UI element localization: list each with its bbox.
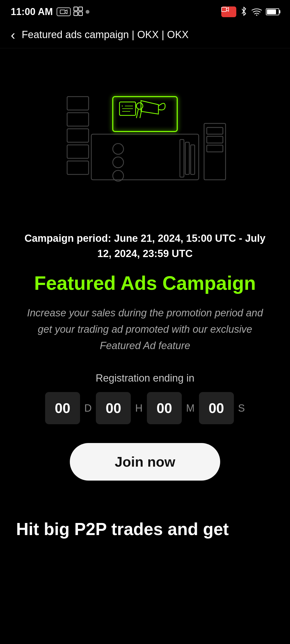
svg-rect-5: [222, 7, 226, 12]
nav-title: Featured ads campaign | OKX | OKX: [22, 29, 189, 41]
countdown-seconds-box: 00: [199, 392, 234, 424]
svg-rect-1: [74, 7, 78, 11]
svg-rect-25: [180, 140, 184, 177]
battery-icon: [266, 8, 279, 15]
svg-rect-8: [67, 113, 89, 126]
countdown-timer: 00 D 00 H 00 M 00 S: [45, 392, 245, 424]
svg-rect-31: [207, 145, 223, 152]
svg-rect-27: [191, 145, 195, 174]
campaign-period: Campaign period: June 21, 2024, 15:00 UT…: [16, 231, 274, 261]
video-call-icon: [57, 8, 71, 16]
svg-rect-4: [79, 12, 82, 16]
svg-point-23: [113, 157, 124, 168]
days-label: D: [84, 402, 92, 414]
registration-label: Registration ending in: [96, 372, 194, 384]
countdown-minutes: 00: [157, 400, 172, 416]
record-icon: [221, 6, 236, 17]
countdown-hours: 00: [106, 400, 121, 416]
countdown-seconds: 00: [209, 400, 224, 416]
countdown-hours-box: 00: [96, 392, 131, 424]
svg-rect-30: [207, 136, 223, 143]
minutes-label: M: [186, 402, 195, 414]
svg-rect-11: [67, 161, 89, 174]
nav-bar: ‹ Featured ads campaign | OKX | OKX: [0, 21, 290, 48]
status-bar: 11:00 AM: [0, 0, 290, 21]
main-content: Campaign period: June 21, 2024, 15:00 UT…: [0, 48, 290, 518]
svg-rect-9: [67, 129, 89, 142]
dot-indicator: [86, 10, 89, 14]
campaign-illustration: [59, 70, 231, 209]
join-now-button[interactable]: Join now: [70, 443, 220, 481]
status-time: 11:00 AM: [11, 6, 53, 17]
svg-point-6: [256, 15, 258, 16]
bottom-section: Hit big P2P trades and get: [0, 518, 290, 557]
svg-point-22: [113, 144, 124, 154]
countdown-days-box: 00: [45, 392, 80, 424]
bluetooth-icon: [240, 6, 248, 17]
featured-title: Featured Ads Campaign: [34, 272, 256, 294]
campaign-description: Increase your sales during the promotion…: [24, 305, 266, 354]
svg-rect-12: [91, 134, 199, 180]
svg-rect-29: [207, 127, 223, 134]
svg-rect-0: [60, 10, 65, 14]
seconds-label: S: [238, 402, 245, 414]
svg-rect-26: [185, 142, 189, 174]
svg-rect-3: [74, 12, 78, 16]
hours-label: H: [135, 402, 142, 414]
svg-point-19: [136, 103, 143, 109]
back-button[interactable]: ‹: [11, 28, 15, 42]
svg-rect-2: [79, 7, 82, 11]
svg-rect-10: [67, 145, 89, 158]
illustration-container: [54, 64, 236, 215]
wifi-icon: [251, 7, 262, 17]
expand-icon: [73, 6, 83, 17]
svg-line-20: [136, 109, 138, 118]
countdown-minutes-box: 00: [147, 392, 182, 424]
bottom-heading: Hit big P2P trades and get: [16, 518, 274, 540]
countdown-days: 00: [55, 400, 70, 416]
svg-rect-7: [67, 97, 89, 110]
